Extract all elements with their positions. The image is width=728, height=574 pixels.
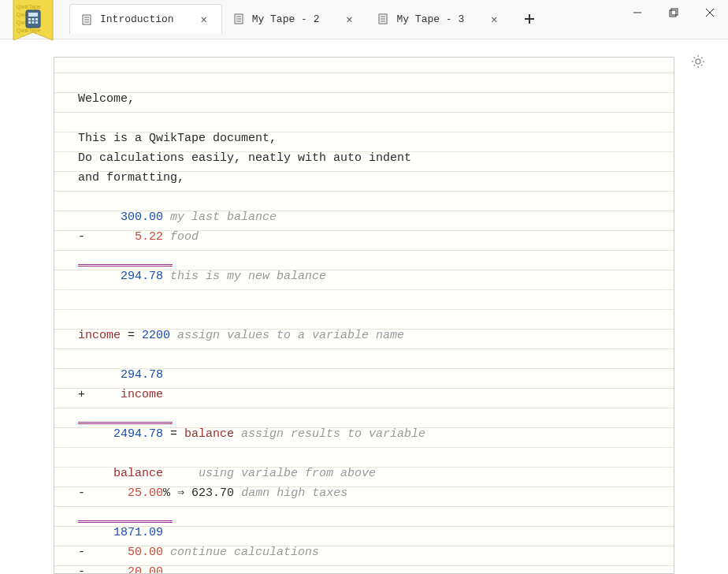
document-icon (233, 13, 244, 24)
tab-label: My Tape - 3 (396, 13, 464, 25)
comment: continue calculations (170, 546, 319, 559)
svg-text:QwikTape: QwikTape (17, 4, 41, 10)
svg-text:QwikTape: QwikTape (17, 28, 41, 34)
operator: - (78, 486, 85, 500)
number: 294.78 (121, 270, 163, 283)
comment: food (170, 230, 199, 244)
comment: using varialbe from above (199, 467, 376, 480)
svg-rect-11 (35, 21, 38, 24)
number: 50.00 (128, 546, 163, 559)
operator: - (78, 546, 85, 559)
text-line: This is a QwikTape document, (78, 129, 650, 148)
window-controls (619, 0, 728, 25)
document-area: Welcome, This is a QwikTape document, Do… (54, 57, 674, 574)
new-tab-button[interactable] (518, 7, 541, 31)
result: 623.70 (191, 486, 234, 500)
comment: this is my new balance (170, 270, 326, 283)
svg-rect-5 (28, 13, 38, 17)
number: 1871.09 (113, 526, 163, 539)
comment: assign results to variable (241, 427, 425, 441)
calc-line: balance using varialbe from above (78, 464, 650, 483)
percent: % (163, 486, 170, 500)
calc-line: - 25.00% ⇒ 623.70 damn high taxes (78, 483, 650, 503)
variable: income (78, 329, 121, 342)
calc-line: - 20.00 (78, 562, 650, 574)
editor[interactable]: Welcome, This is a QwikTape document, Do… (54, 58, 674, 574)
close-button[interactable] (692, 0, 728, 25)
text-line: Do calculations easily, neatly with auto… (78, 148, 650, 168)
calc-line: - 5.22 food (78, 227, 650, 247)
svg-rect-10 (32, 21, 35, 24)
number: 2494.78 (113, 427, 163, 441)
svg-rect-27 (670, 10, 676, 17)
calc-line: 2494.78 = balance assign results to vari… (78, 424, 650, 444)
calc-line: - 50.00 continue calculations (78, 542, 650, 562)
tab-label: My Tape - 2 (252, 13, 320, 25)
empty-line (78, 109, 650, 129)
calc-line: + income (78, 385, 650, 404)
tab-my-tape-3[interactable]: My Tape - 3 ✕ (366, 4, 511, 34)
number: 20.00 (128, 565, 163, 574)
result-divider (78, 503, 173, 523)
number: 5.22 (135, 230, 163, 244)
number: 25.00 (128, 486, 163, 500)
number: 2200 (142, 329, 170, 342)
empty-line (78, 345, 650, 365)
tab-label: Introduction (100, 13, 174, 25)
variable: income (121, 388, 163, 401)
variable: balance (184, 427, 234, 441)
document-icon (377, 13, 388, 24)
svg-point-31 (696, 59, 700, 64)
result-divider (78, 404, 173, 424)
empty-line (78, 188, 650, 207)
minimize-button[interactable] (619, 0, 656, 25)
tab-introduction[interactable]: Introduction ✕ (69, 4, 222, 34)
calc-line: 294.78 (78, 365, 650, 385)
svg-rect-7 (32, 18, 35, 20)
number: 300.00 (121, 211, 163, 224)
calc-line: 294.78 this is my new balance (78, 266, 650, 286)
operator: - (78, 565, 85, 574)
operator: + (78, 388, 85, 401)
comment: my last balance (170, 211, 277, 224)
text-line: Welcome, (78, 89, 650, 109)
comment: assign values to a variable name (177, 329, 404, 342)
svg-rect-8 (35, 18, 38, 20)
close-icon[interactable]: ✕ (343, 13, 355, 25)
operator: - (78, 230, 85, 244)
calc-line: 300.00 my last balance (78, 207, 650, 227)
maximize-button[interactable] (656, 0, 692, 25)
number: 294.78 (121, 368, 163, 382)
svg-rect-28 (671, 9, 678, 15)
text-line: and formatting, (78, 168, 650, 188)
svg-rect-6 (28, 18, 31, 20)
tab-my-tape-2[interactable]: My Tape - 2 ✕ (222, 4, 367, 34)
variable: balance (113, 467, 163, 480)
calc-line: 1871.09 (78, 523, 650, 542)
assign-line: income = 2200 assign values to a variabl… (78, 326, 650, 345)
empty-line (78, 444, 650, 464)
equals: = (121, 329, 142, 342)
document-icon (81, 14, 92, 25)
comment: damn high taxes (241, 486, 347, 500)
arrow: ⇒ (170, 486, 191, 500)
titlebar: QwikTape QwikTape QwikTape QwikTape Intr… (0, 0, 728, 39)
tab-bar: Introduction ✕ My Tape - 2 ✕ My Tape - 3… (69, 0, 541, 38)
svg-rect-9 (28, 21, 31, 24)
empty-line (78, 286, 650, 306)
equals: = (163, 427, 184, 441)
close-icon[interactable]: ✕ (488, 13, 500, 25)
settings-button[interactable] (690, 54, 709, 73)
app-logo: QwikTape QwikTape QwikTape QwikTape (9, 0, 57, 47)
close-icon[interactable]: ✕ (198, 13, 210, 26)
result-divider (78, 247, 173, 266)
empty-line (78, 306, 650, 326)
